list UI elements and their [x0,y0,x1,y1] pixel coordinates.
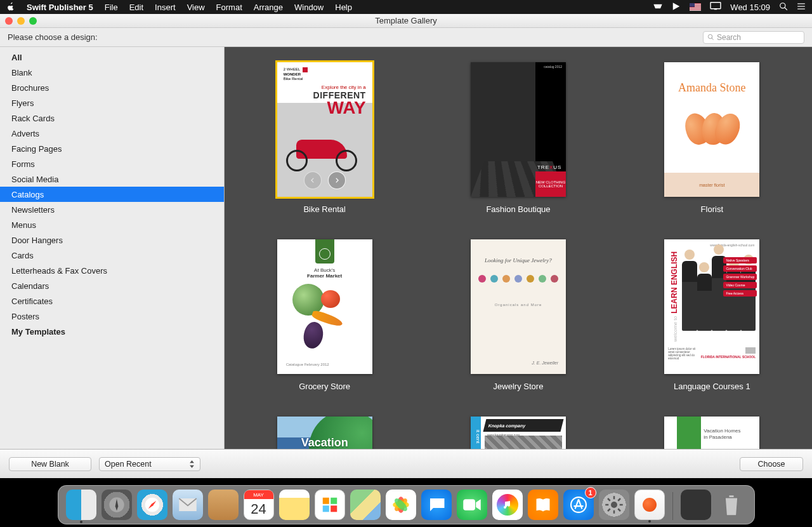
sidebar-item-rack-cards[interactable]: Rack Cards [0,110,224,126]
sidebar-item-brochures[interactable]: Brochures [0,80,224,95]
svg-line-3 [785,7,787,10]
search-input[interactable]: Search [703,31,804,44]
window-title: Template Gallery [375,16,437,25]
chevron-right-icon [334,177,340,183]
template-thumb[interactable]: 2 WHEEL WONDER Bike Rental Explore the c… [277,62,372,197]
sidebar-item-newsletters[interactable]: Newsletters [0,202,224,217]
template-thumb[interactable]: At Buck'sFarmer Market Catalogue Februar… [277,239,372,374]
pager-next-button[interactable] [328,171,346,189]
template-grocery-store[interactable]: At Buck'sFarmer Market Catalogue Februar… [277,239,372,391]
menu-file[interactable]: File [105,3,118,12]
status-icon-1[interactable] [653,3,663,12]
sidebar-item-blank[interactable]: Blank [0,65,224,80]
dock-contacts-icon[interactable] [208,490,239,520]
sidebar-item-certificates[interactable]: Certificates [0,293,224,309]
app-name-menu[interactable]: Swift Publisher 5 [27,3,93,12]
menu-insert[interactable]: Insert [155,3,176,12]
template-it-center[interactable]: it cent Knopka company www.knopkacomp.co… [471,417,566,449]
window-titlebar[interactable]: Template Gallery [0,14,812,28]
template-vacation[interactable]: www.pasadenavacation.com Vacation [277,417,372,449]
sidebar-item-catalogs[interactable]: Catalogs [0,187,224,202]
template-thumb[interactable]: it cent Knopka company www.knopkacomp.co… [471,417,566,449]
template-thumb[interactable]: Looking for Unique Jewelry? Organicals a… [471,239,566,374]
input-source-flag-icon[interactable] [690,3,701,11]
sidebar-item-door-hangers[interactable]: Door Hangers [0,232,224,248]
sidebar-item-facing-pages[interactable]: Facing Pages [0,141,224,156]
search-placeholder: Search [717,33,741,42]
menu-arrange[interactable]: Arrange [254,3,283,12]
template-thumb[interactable]: Amanda Stone master florist [664,62,759,197]
notification-center-icon[interactable] [797,3,806,12]
menu-help[interactable]: Help [335,3,352,12]
dock-safari-icon[interactable] [137,490,167,520]
dock-notes-icon[interactable] [279,490,310,520]
sidebar-item-all[interactable]: All [0,50,224,65]
sidebar-item-forms[interactable]: Forms [0,156,224,171]
svg-rect-0 [710,3,721,9]
dock-minimized-window-icon[interactable] [681,490,711,520]
template-label: Grocery Store [299,382,350,391]
dock-facetime-icon[interactable] [457,490,487,520]
status-icon-2[interactable] [672,2,681,13]
template-thumb[interactable]: catalog 2012 TREXUS NEW CLOTHINGCOLLECTI… [471,62,566,197]
choose-button[interactable]: Choose [740,457,803,471]
sidebar-item-flyers[interactable]: Flyers [0,95,224,110]
dock-photos-icon[interactable] [386,490,416,520]
window-close-button[interactable] [5,17,13,25]
svg-rect-1 [714,9,717,10]
apple-menu-icon[interactable] [6,2,15,13]
menu-edit[interactable]: Edit [129,3,143,12]
sidebar-item-posters[interactable]: Posters [0,309,224,324]
sidebar-item-letterheads[interactable]: Letterheads & Fax Covers [0,263,224,278]
sidebar-item-adverts[interactable]: Adverts [0,126,224,141]
template-thumb[interactable]: www.pasadenavacation.com Vacation [277,417,372,449]
sidebar-item-calendars[interactable]: Calendars [0,278,224,293]
dock-calendar-icon[interactable]: MAY24 [244,490,274,520]
window-zoom-button[interactable] [29,17,37,25]
dock-messages-icon[interactable] [421,490,452,520]
template-language-courses-1[interactable]: www.florida-english-school.com welcome t… [664,239,759,391]
sidebar-item-cards[interactable]: Cards [0,248,224,263]
new-blank-button[interactable]: New Blank [9,457,91,471]
macos-menu-bar: Swift Publisher 5 File Edit Insert View … [0,0,812,14]
menu-clock[interactable]: Wed 15:09 [730,3,770,12]
menu-view[interactable]: View [187,3,205,12]
menu-format[interactable]: Format [216,3,242,12]
sidebar-item-social-media[interactable]: Social Media [0,171,224,187]
dock-reminders-icon[interactable] [315,490,345,520]
open-recent-select[interactable]: Open Recent [99,457,200,471]
dock-swift-publisher-icon[interactable] [634,490,665,520]
dock-itunes-icon[interactable] [492,490,523,520]
svg-point-2 [780,3,785,8]
sidebar-item-my-templates[interactable]: My Templates [0,324,224,339]
menu-window[interactable]: Window [294,3,324,12]
template-vacation-homes[interactable]: Vacation Homesin Pasadena [664,417,759,449]
sidebar-item-menus[interactable]: Menus [0,217,224,232]
dock-ibooks-icon[interactable] [528,490,558,520]
dock-maps-icon[interactable] [350,490,381,520]
template-label: Fashion Boutique [486,204,550,214]
template-fashion-boutique[interactable]: catalog 2012 TREXUS NEW CLOTHINGCOLLECTI… [471,62,566,214]
template-gallery-grid[interactable]: 2 WHEEL WONDER Bike Rental Explore the c… [225,47,812,449]
template-bike-rental[interactable]: 2 WHEEL WONDER Bike Rental Explore the c… [277,62,372,214]
spotlight-icon[interactable] [779,2,788,13]
window-minimize-button[interactable] [17,17,25,25]
template-label: Jewelry Store [494,382,544,391]
dock-system-preferences-icon[interactable] [599,490,629,520]
template-florist[interactable]: Amanda Stone master florist Florist [664,62,759,214]
template-jewelry-store[interactable]: Looking for Unique Jewelry? Organicals a… [471,239,566,391]
svg-line-28 [608,509,610,511]
svg-rect-11 [322,498,329,504]
displays-icon[interactable] [710,2,721,12]
template-thumb[interactable]: www.florida-english-school.com welcome t… [664,239,759,374]
template-thumb[interactable]: Vacation Homesin Pasadena [664,417,759,449]
pager-prev-button[interactable] [304,171,322,189]
dock: MAY24 1 [0,485,812,524]
dock-mail-icon[interactable] [173,490,203,520]
dock-finder-icon[interactable] [66,490,96,520]
svg-line-8 [712,38,714,40]
dock-trash-icon[interactable] [716,490,747,520]
dock-separator [672,492,673,520]
dock-launchpad-icon[interactable] [102,490,132,520]
dock-appstore-icon[interactable]: 1 [563,490,594,520]
